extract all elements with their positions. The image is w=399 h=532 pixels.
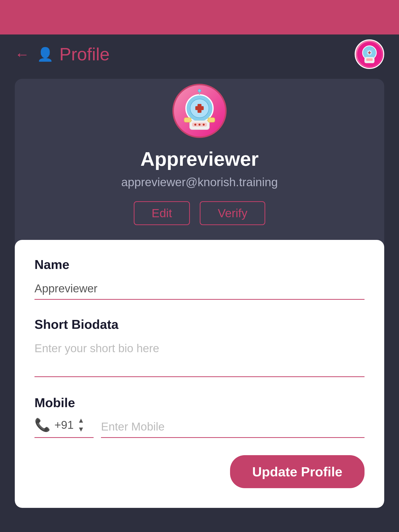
update-profile-button[interactable]: Update Profile: [230, 455, 365, 488]
name-input[interactable]: [34, 278, 365, 300]
profile-form-card: Name Short Biodata Mobile 📞 +91 ▲ ▼: [15, 240, 384, 508]
phone-icon: 📞: [34, 417, 50, 432]
bio-label: Short Biodata: [34, 317, 365, 332]
profile-name: Appreviewer: [140, 148, 259, 170]
svg-rect-21: [208, 118, 215, 122]
svg-rect-5: [366, 58, 373, 61]
profile-robot-svg: [177, 89, 222, 133]
header-avatar[interactable]: [355, 39, 384, 69]
svg-point-14: [198, 89, 201, 92]
svg-rect-12: [195, 106, 204, 110]
profile-header-section: Appreviewer appreviewer@knorish.training…: [15, 99, 384, 240]
bio-input[interactable]: [34, 338, 365, 377]
stepper-down-icon: ▼: [78, 425, 84, 433]
back-button[interactable]: ←: [15, 46, 30, 63]
person-icon: 👤: [37, 47, 53, 62]
svg-point-19: [203, 124, 205, 126]
verify-button[interactable]: Verify: [200, 201, 265, 225]
mobile-input[interactable]: [101, 416, 365, 438]
svg-point-18: [199, 124, 200, 126]
edit-button[interactable]: Edit: [134, 201, 190, 225]
mobile-label: Mobile: [34, 395, 365, 410]
country-code-stepper[interactable]: ▲ ▼: [78, 416, 84, 433]
status-bar: [0, 0, 399, 34]
mobile-field-group: Mobile 📞 +91 ▲ ▼: [34, 395, 365, 438]
header: ← 👤 Profile: [0, 34, 399, 74]
profile-avatar[interactable]: [172, 84, 227, 138]
update-btn-wrapper: Update Profile: [34, 455, 365, 488]
page-title: Profile: [59, 44, 110, 64]
bio-field-group: Short Biodata: [34, 317, 365, 378]
main-content: Appreviewer appreviewer@knorish.training…: [0, 74, 399, 523]
header-avatar-robot-svg: [357, 42, 382, 66]
svg-rect-20: [184, 118, 191, 122]
stepper-up-icon: ▲: [78, 416, 84, 424]
content-card: Appreviewer appreviewer@knorish.training…: [15, 79, 384, 508]
country-code-wrapper: 📞 +91 ▲ ▼: [34, 416, 94, 438]
profile-actions: Edit Verify: [134, 201, 266, 225]
header-title-container: 👤 Profile: [37, 44, 110, 64]
svg-point-17: [194, 124, 196, 126]
name-field-group: Name: [34, 257, 365, 300]
name-label: Name: [34, 257, 365, 272]
header-left: ← 👤 Profile: [15, 44, 110, 64]
profile-email: appreviewer@knorish.training: [121, 175, 278, 189]
mobile-field-container: 📞 +91 ▲ ▼: [34, 416, 365, 438]
back-icon: ←: [15, 46, 30, 63]
profile-avatar-wrapper: [172, 84, 227, 138]
country-code-text: +91: [54, 418, 74, 432]
